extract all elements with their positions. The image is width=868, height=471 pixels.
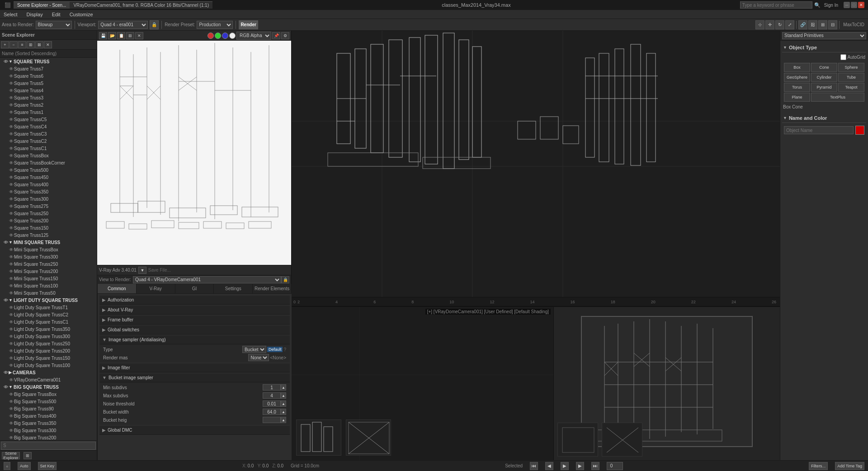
hierarchy-btn[interactable]: ⊟	[828, 20, 837, 29]
render-mask-select[interactable]: None	[248, 354, 269, 361]
btn-geosphere[interactable]: GeoSphere	[784, 73, 810, 82]
viewport-orthographic[interactable]: Polys: 1,032,722 Total Verts: 514,505 [+…	[292, 31, 780, 306]
tree-item[interactable]: 👁Square Truss300	[0, 195, 97, 203]
channel-blue-btn[interactable]	[222, 33, 228, 39]
viewport-dome-camera[interactable]	[554, 307, 780, 460]
object-name-input[interactable]	[784, 126, 854, 134]
tree-item[interactable]: 👁Square Truss400	[0, 181, 97, 188]
tree-item[interactable]: 👁Big Square Truss400	[0, 412, 97, 419]
channel-red-btn[interactable]	[208, 33, 214, 39]
min-subdivs-input[interactable]	[263, 384, 281, 391]
btn-cone[interactable]: Cone	[811, 63, 837, 72]
tree-item[interactable]: 👁Square TrussBox	[0, 152, 97, 159]
bucket-height-spin[interactable]: ▲	[281, 417, 286, 423]
minimize-button[interactable]: ─	[844, 2, 850, 8]
eye-icon[interactable]: 👁	[4, 240, 8, 245]
bind-btn[interactable]: ⊞	[818, 20, 827, 29]
render-channel-select[interactable]: RGB Alpha	[236, 32, 271, 40]
max-subdivs-spin[interactable]: ▲	[281, 392, 286, 399]
section-global-switches-header[interactable]: ▶ Global switches	[99, 325, 290, 334]
btn-cylinder[interactable]: Cylinder	[811, 73, 837, 82]
group-cameras[interactable]: 👁 ▶ CAMERAS	[0, 369, 97, 376]
tree-item[interactable]: 👁Square TrussC5	[0, 116, 97, 123]
select-btn[interactable]: ⊹	[755, 20, 764, 29]
scene-search-input[interactable]	[1, 442, 96, 450]
tree-item[interactable]: 👁Mini Square Truss50	[0, 289, 97, 297]
tree-item[interactable]: 👁Square Truss450	[0, 174, 97, 181]
tree-item[interactable]: 👁Square Truss125	[0, 231, 97, 239]
section-image-sampler-header[interactable]: ▼ Image sampler (Antialiasing)	[99, 335, 290, 344]
section-authorization-header[interactable]: ▶ Authorization	[99, 296, 290, 305]
render-open-btn[interactable]: 📂	[108, 32, 116, 39]
render-close-btn[interactable]: ✕	[135, 32, 143, 39]
tree-item[interactable]: 👁Square Truss275	[0, 203, 97, 210]
tree-item[interactable]: 👁Big Square TrussBox	[0, 391, 97, 398]
view-to-render-select[interactable]: Quad 4 - VRayDomeCamera001	[133, 276, 281, 283]
render-copy-btn[interactable]: 📋	[117, 32, 125, 39]
tree-item[interactable]: 👁Square TrussC4	[0, 123, 97, 130]
section-image-filter-header[interactable]: ▶ Image filter	[99, 363, 290, 372]
menu-edit[interactable]: Edit	[50, 11, 62, 18]
prev-frame-btn[interactable]: ◀	[545, 462, 553, 470]
tab-settings[interactable]: Settings	[214, 284, 253, 293]
channel-white-btn[interactable]	[229, 33, 236, 39]
tree-item[interactable]: 👁Square TrussC3	[0, 130, 97, 137]
move-btn[interactable]: ✛	[765, 20, 774, 29]
expand-icon[interactable]: ▼	[9, 385, 13, 389]
search-input[interactable]	[740, 1, 812, 9]
tree-item[interactable]: 👁Light Duty Square TrussT1	[0, 304, 97, 311]
btn-torus[interactable]: Torus	[784, 83, 810, 92]
add-time-tag-btn[interactable]: Add Time Tag	[835, 462, 864, 470]
render-settings-btn[interactable]: ⚙	[281, 32, 289, 39]
play-forward-btn[interactable]: ⏭	[591, 462, 599, 470]
btn-plane[interactable]: Plane	[784, 93, 810, 102]
set-key-btn[interactable]: Set Key	[38, 462, 57, 470]
tree-item[interactable]: 👁Square Truss1	[0, 108, 97, 116]
auto-key-btn[interactable]: Auto	[18, 462, 31, 470]
sign-in[interactable]: Sign In	[824, 3, 838, 8]
rotate-btn[interactable]: ↻	[775, 20, 784, 29]
se-footer-btn2[interactable]: ⊞	[24, 452, 32, 459]
noise-spin[interactable]: ▲	[281, 400, 286, 407]
autogrid-checkbox[interactable]	[840, 54, 846, 60]
play-btn[interactable]: ▶	[561, 462, 569, 470]
link-btn[interactable]: 🔗	[798, 20, 807, 29]
render-button[interactable]: Render	[239, 20, 258, 29]
se-btn-6[interactable]: ✕	[44, 41, 52, 48]
renderer-version-btn[interactable]: ▼	[138, 267, 146, 274]
unlink-btn[interactable]: ⛓	[808, 20, 817, 29]
expand-icon[interactable]: ▼	[9, 59, 13, 64]
frame-input[interactable]	[607, 462, 623, 470]
tree-item[interactable]: 👁Square Truss5	[0, 80, 97, 87]
group-big-square-truss[interactable]: 👁 ▼ BIG SQUARE TRUSS	[0, 383, 97, 391]
tree-item[interactable]: 👁VRayDomeCamera001	[0, 376, 97, 383]
tree-item[interactable]: 👁Square Truss7	[0, 65, 97, 72]
create-key-btn[interactable]: ⬦	[4, 462, 10, 470]
tab-common[interactable]: Common	[98, 284, 137, 293]
tab-render-elements[interactable]: Render Elements	[253, 284, 292, 293]
tree-item[interactable]: 👁Light Duty Square Truss200	[0, 347, 97, 354]
tree-item[interactable]: 👁Square Truss350	[0, 188, 97, 195]
section-frame-buffer-header[interactable]: ▶ Frame buffer	[99, 316, 290, 325]
btn-teapot[interactable]: Teapot	[838, 83, 864, 92]
tree-item[interactable]: 👁Square Truss200	[0, 217, 97, 224]
viewport-camera-left[interactable]: [+] [VRayDomeCamera001] [User Defined] […	[292, 307, 554, 460]
viewport-select[interactable]: Quad 4 - era001	[98, 21, 148, 29]
se-btn-1[interactable]: +	[1, 41, 9, 48]
tree-item[interactable]: 👁Square Truss3	[0, 94, 97, 101]
color-swatch[interactable]	[855, 126, 864, 135]
tree-item[interactable]: 👁Square TrussC1	[0, 145, 97, 152]
tree-item[interactable]: 👁Big Square Truss90	[0, 405, 97, 412]
lock-view-btn[interactable]: 🔒	[281, 276, 289, 283]
se-btn-4[interactable]: ⊞	[27, 41, 35, 48]
btn-textplus[interactable]: TextPlus	[811, 93, 864, 102]
bucket-width-spin[interactable]: ▲	[281, 409, 286, 415]
se-btn-2[interactable]: −	[9, 41, 18, 48]
render-preset-select[interactable]: Production	[197, 21, 233, 29]
group-light-duty-square-truss[interactable]: 👁 ▼ LIGHT DUTY SQUARE TRUSS	[0, 297, 97, 304]
max-subdivs-input[interactable]	[263, 392, 281, 399]
section-name-color-header[interactable]: ▼ Name and Color	[782, 113, 866, 123]
btn-sphere[interactable]: Sphere	[838, 63, 864, 72]
tab-gi[interactable]: GI	[175, 284, 214, 293]
tree-item[interactable]: 👁Square TrussC2	[0, 137, 97, 145]
